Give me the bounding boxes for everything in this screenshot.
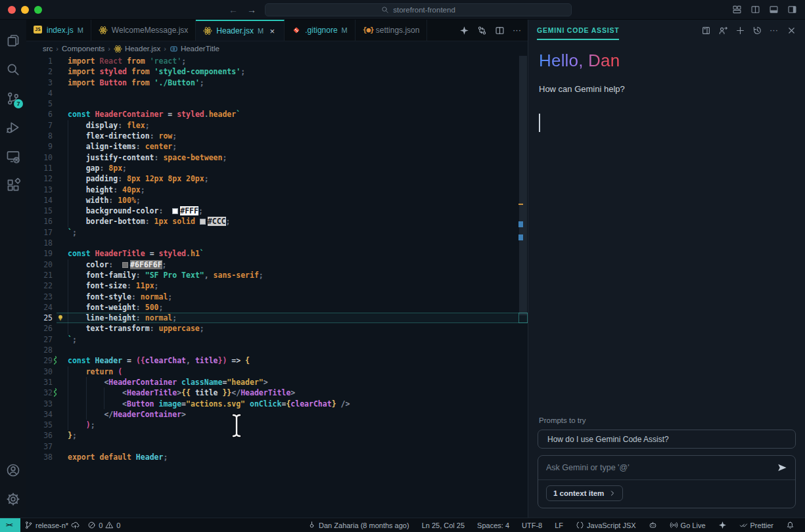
code-line-18[interactable]: 18	[26, 238, 528, 248]
status-git-blame[interactable]: Dan Zaharia (8 months ago)	[304, 518, 413, 532]
status-git-branch[interactable]: release-n*	[20, 518, 83, 532]
status-gemini-status[interactable]	[714, 518, 731, 532]
status-go-live[interactable]: Go Live	[666, 518, 710, 532]
status-cursor-position[interactable]: Ln 25, Col 25	[418, 518, 469, 532]
prompt-suggestion[interactable]: How do I use Gemini Code Assist?	[538, 430, 796, 449]
activity-item-settings[interactable]	[0, 485, 26, 514]
toggle-secondary-sidebar-icon[interactable]	[787, 5, 797, 14]
tab-index.js[interactable]: JSindex.jsM	[26, 20, 91, 41]
activity-item-explorer[interactable]	[0, 26, 26, 55]
code-line-21[interactable]: 21font-family: "SF Pro Text", sans-serif…	[26, 270, 528, 280]
code-line-17[interactable]: 17`;	[26, 227, 528, 238]
code-line-13[interactable]: 13height: 40px;	[26, 185, 528, 195]
tab-.gitignore[interactable]: .gitignoreM	[285, 20, 356, 41]
code-line-36[interactable]: 36};	[26, 430, 528, 441]
status-problems[interactable]: 00	[83, 518, 124, 532]
status-prettier[interactable]: Prettier	[735, 518, 777, 532]
status-indentation[interactable]: Spaces: 4	[473, 518, 513, 532]
status-notifications[interactable]	[782, 518, 798, 532]
lightbulb-icon[interactable]	[57, 314, 64, 322]
code-line-4[interactable]: 4	[26, 88, 528, 99]
status-language-mode[interactable]: JavaScript JSX	[572, 518, 640, 532]
code-line-2[interactable]: 2import styled from 'styled-components';	[26, 66, 528, 77]
code-token: `	[200, 249, 204, 258]
customize-layout-icon[interactable]	[732, 5, 742, 14]
plus-icon[interactable]	[735, 26, 745, 35]
editor-scrollbar[interactable]	[518, 56, 528, 518]
code-line-37[interactable]: 37	[26, 441, 528, 452]
send-icon[interactable]	[777, 462, 787, 473]
minimize-window-button[interactable]	[21, 6, 29, 14]
code-line-29[interactable]: 29const Header = ({clearChat, title}) =>…	[26, 355, 528, 366]
activity-item-remote-explorer[interactable]	[0, 142, 26, 171]
code-line-25[interactable]: 25line-height: normal;	[26, 313, 528, 323]
tab-Header.jsx[interactable]: Header.jsxM×	[196, 20, 285, 41]
code-token: Header	[95, 356, 127, 365]
forward-icon[interactable]: →	[247, 5, 256, 15]
code-line-22[interactable]: 22font-size: 11px;	[26, 280, 528, 291]
activity-item-search[interactable]	[0, 55, 26, 84]
more-icon[interactable]: ···	[513, 26, 522, 35]
breadcrumb-item-HeaderTitle[interactable]: HeaderTitle	[170, 45, 219, 53]
code-line-5[interactable]: 5	[26, 99, 528, 109]
command-center-search[interactable]: storefront-frontend	[265, 3, 572, 16]
code-line-1[interactable]: 1import React from 'react';	[26, 56, 528, 66]
code-editor[interactable]: 1import React from 'react';2import style…	[26, 56, 528, 518]
split-editor-sq-icon[interactable]	[495, 26, 505, 35]
git-compare-icon[interactable]	[477, 26, 487, 35]
code-line-34[interactable]: 34</HeaderContainer>	[26, 409, 528, 420]
code-line-19[interactable]: 19const HeaderTitle = styled.h1`	[26, 248, 528, 259]
code-line-15[interactable]: 15background-color: #FFF;	[26, 206, 528, 216]
code-line-27[interactable]: 27`;	[26, 334, 528, 345]
tab-settings.json[interactable]: {●}settings.json	[356, 20, 428, 41]
close-icon[interactable]	[787, 26, 796, 35]
scrollbar-slider[interactable]	[519, 56, 527, 315]
code-line-20[interactable]: 20color: #6F6F6F;	[26, 259, 528, 270]
status-encoding[interactable]: UTF-8	[518, 518, 546, 532]
code-line-32[interactable]: 32<HeaderTitle>{{ title }}</HeaderTitle>	[26, 388, 528, 398]
gemini-input[interactable]	[546, 463, 777, 472]
code-line-31[interactable]: 31<HeaderContainer className="header">	[26, 377, 528, 388]
code-line-12[interactable]: 12padding: 8px 12px 8px 20px;	[26, 173, 528, 184]
code-line-10[interactable]: 10justify-content: space-between;	[26, 152, 528, 163]
toggle-panel-icon[interactable]	[769, 5, 779, 14]
status-copilot[interactable]	[645, 518, 661, 532]
code-line-35[interactable]: 35);	[26, 420, 528, 430]
status-eol[interactable]: LF	[551, 518, 567, 532]
sparkle-icon[interactable]	[459, 26, 469, 35]
breadcrumb-item-Header.jsx[interactable]: Header.jsx	[114, 45, 160, 53]
code-line-26[interactable]: 26text-transform: uppercase;	[26, 323, 528, 334]
code-line-11[interactable]: 11gap: 8px;	[26, 163, 528, 173]
context-items-button[interactable]: 1 context item	[546, 485, 623, 501]
more-icon[interactable]: ···	[770, 26, 779, 35]
code-line-7[interactable]: 7display: flex;	[26, 120, 528, 131]
code-line-28[interactable]: 28	[26, 345, 528, 355]
activity-item-run-debug[interactable]	[0, 113, 26, 142]
code-line-16[interactable]: 16border-bottom: 1px solid #CCC;	[26, 216, 528, 227]
tab-WelcomeMessage.jsx[interactable]: WelcomeMessage.jsx	[91, 20, 196, 41]
split-editor-sq-icon[interactable]	[750, 5, 760, 14]
code-line-33[interactable]: 33<Button image="actions.svg" onClick={c…	[26, 399, 528, 409]
zoom-window-button[interactable]	[34, 6, 42, 14]
code-line-3[interactable]: 3import Button from './Button';	[26, 78, 528, 88]
person-feedback-icon[interactable]	[718, 26, 728, 35]
close-window-button[interactable]	[8, 6, 16, 14]
code-line-8[interactable]: 8flex-direction: row;	[26, 131, 528, 141]
code-line-6[interactable]: 6const HeaderContainer = styled.header`	[26, 109, 528, 120]
code-line-23[interactable]: 23font-style: normal;	[26, 292, 528, 302]
breadcrumb-item-Components[interactable]: Components	[62, 45, 104, 53]
status-remote-indicator[interactable]: ><	[0, 518, 20, 532]
code-line-30[interactable]: 30return (	[26, 366, 528, 377]
code-line-9[interactable]: 9align-items: center;	[26, 141, 528, 152]
code-line-38[interactable]: 38export default Header;	[26, 452, 528, 462]
code-line-24[interactable]: 24font-weight: 500;	[26, 302, 528, 313]
back-icon[interactable]: ←	[229, 5, 238, 15]
breadcrumb-item-src[interactable]: src	[43, 45, 53, 53]
close-tab-icon[interactable]: ×	[267, 26, 277, 35]
chat-editor-icon[interactable]	[701, 26, 711, 35]
activity-item-accounts[interactable]	[0, 456, 26, 485]
activity-item-source-control[interactable]: 7	[0, 84, 26, 113]
history-icon[interactable]	[752, 26, 762, 35]
code-line-14[interactable]: 14width: 100%;	[26, 195, 528, 206]
activity-item-extensions[interactable]	[0, 171, 26, 200]
